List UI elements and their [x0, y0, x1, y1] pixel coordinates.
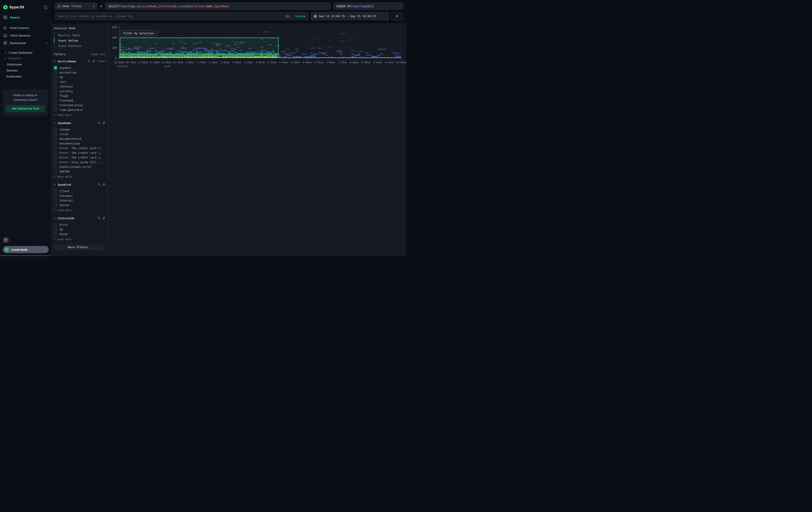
- sidebar-item-chart-explorer[interactable]: Chart Explorer: [0, 24, 51, 32]
- checkbox[interactable]: [54, 204, 57, 207]
- analysis-mode-event-patterns[interactable]: Event Patterns: [55, 43, 106, 49]
- pin-icon[interactable]: [102, 183, 106, 186]
- checkbox[interactable]: [54, 137, 57, 140]
- filter-option-row[interactable]: EXPIRE: [54, 169, 106, 174]
- time-range-picker[interactable]: Sep 14 22:04:35 - Sep 15 10:04:35: [311, 12, 389, 20]
- clear-all-filters-link[interactable]: Clear all: [91, 53, 106, 56]
- more-filters-button[interactable]: More filters ⌄: [54, 244, 106, 250]
- preset-item-kubernetes[interactable]: Kubernetes: [0, 74, 51, 79]
- create-dashboard-button[interactable]: + Create Dashboard: [0, 50, 51, 56]
- filter-group-header-servicename[interactable]: ServiceNameClear: [54, 59, 106, 63]
- checkbox[interactable]: [54, 99, 57, 102]
- preset-item-clickhouse[interactable]: ClickHouse: [0, 61, 51, 68]
- filter-option-row[interactable]: documentFetch: [54, 136, 106, 141]
- checkbox[interactable]: [54, 156, 57, 159]
- checkbox[interactable]: [54, 142, 57, 145]
- checkbox[interactable]: [54, 170, 57, 173]
- source-settings-gear-icon[interactable]: ⚙: [97, 4, 105, 8]
- presets-toggle[interactable]: PRESETS: [0, 56, 51, 61]
- checkbox[interactable]: [54, 76, 57, 79]
- filter-option-row[interactable]: frontend: [54, 98, 106, 103]
- local-mode-button[interactable]: U Local mode ›: [3, 246, 49, 253]
- filter-option-row[interactable]: flagd: [54, 93, 106, 98]
- sidebar-item-dashboards[interactable]: Dashboards: [0, 39, 51, 47]
- pin-icon[interactable]: [102, 217, 106, 220]
- checkbox[interactable]: [54, 223, 57, 226]
- filter-option-row[interactable]: click: [54, 132, 106, 136]
- filter-option-row[interactable]: currency: [54, 89, 106, 93]
- checkbox[interactable]: [54, 165, 57, 168]
- filter-option-row[interactable]: checkout: [54, 84, 106, 89]
- search-icon[interactable]: [97, 183, 101, 186]
- lucene-mode-toggle[interactable]: Lucene: [295, 15, 306, 18]
- filter-option-row[interactable]: ad: [54, 75, 106, 79]
- checkbox[interactable]: [54, 71, 57, 74]
- checkbox[interactable]: [54, 104, 57, 107]
- clear-group-link[interactable]: Clear: [97, 60, 106, 63]
- filter-option-row[interactable]: ✓payment: [54, 65, 106, 70]
- pin-icon[interactable]: [102, 121, 106, 125]
- filter-option-row[interactable]: Consumer: [54, 193, 106, 198]
- filter-option-row[interactable]: eventListener.error: [54, 164, 106, 169]
- filter-option-row[interactable]: documentLoad: [54, 141, 106, 146]
- filter-option-row[interactable]: cart: [54, 79, 106, 84]
- show-more-link[interactable]: Show more: [54, 174, 106, 179]
- checkbox[interactable]: [54, 228, 57, 231]
- filter-option-row[interactable]: frontend-proxy: [54, 103, 106, 108]
- checkbox[interactable]: [54, 108, 57, 111]
- sql-mode-toggle[interactable]: SQL: [285, 15, 290, 18]
- preset-item-services[interactable]: Services: [0, 68, 51, 74]
- run-query-button[interactable]: [392, 12, 403, 20]
- analysis-mode-event-deltas[interactable]: Event Deltas: [55, 38, 106, 43]
- filter-option-row[interactable]: Error: The credit card (…: [54, 146, 106, 151]
- checkbox[interactable]: [54, 199, 57, 202]
- checkbox[interactable]: [54, 85, 57, 88]
- checkbox[interactable]: [54, 80, 57, 83]
- filter-option-row[interactable]: Error: The credit card (…: [54, 151, 106, 155]
- filter-option-row[interactable]: Server: [54, 203, 106, 208]
- filter-option-row[interactable]: Unset: [54, 232, 106, 236]
- filter-group-header-spankind[interactable]: SpanKind: [54, 182, 106, 187]
- checkbox[interactable]: [54, 151, 57, 155]
- checkbox[interactable]: [54, 132, 57, 136]
- checkbox[interactable]: [54, 128, 57, 131]
- checkbox[interactable]: [54, 194, 57, 197]
- sidebar-collapse-icon[interactable]: [44, 6, 48, 9]
- checkbox[interactable]: [54, 94, 57, 98]
- search-icon[interactable]: [97, 217, 101, 220]
- filter-option-row[interactable]: Error: The credit card (…: [54, 155, 106, 160]
- checkbox[interactable]: [54, 89, 57, 93]
- filter-option-row[interactable]: Ok: [54, 227, 106, 232]
- show-more-link[interactable]: Load more: [54, 237, 106, 242]
- filter-option-row[interactable]: Error: Visa cache full: …: [54, 160, 106, 164]
- search-icon[interactable]: [87, 60, 90, 63]
- analysis-mode-results-table[interactable]: Results Table: [55, 32, 106, 38]
- checkbox[interactable]: [54, 161, 57, 164]
- filter-by-selection-button[interactable]: Filter by Selection: [120, 30, 157, 36]
- order-by-input[interactable]: ORDER BY Timestamp DESC: [334, 3, 403, 9]
- get-started-button[interactable]: Get Started for Free: [6, 105, 45, 112]
- pin-icon[interactable]: [92, 60, 95, 63]
- chart-selection[interactable]: [120, 38, 279, 55]
- filter-option-row[interactable]: load-generator: [54, 108, 106, 112]
- filter-option-row[interactable]: Internal: [54, 198, 106, 203]
- filter-option-row[interactable]: change: [54, 127, 106, 132]
- checkbox-checked[interactable]: ✓: [54, 66, 57, 70]
- filter-group-header-statuscode[interactable]: StatusCode: [54, 216, 106, 220]
- sidebar-item-client-sessions[interactable]: Client Sessions: [0, 32, 51, 39]
- show-more-link[interactable]: Load more: [54, 208, 106, 213]
- search-input[interactable]: [58, 15, 285, 18]
- select-columns-input[interactable]: SELECT Timestamp, ServiceName, StatusCod…: [105, 3, 330, 9]
- sidebar-item-search[interactable]: Search: [0, 14, 51, 21]
- search-icon[interactable]: [97, 121, 101, 125]
- help-button[interactable]: ?: [3, 237, 9, 243]
- filter-option-row[interactable]: accounting: [54, 70, 106, 75]
- checkbox[interactable]: [54, 189, 57, 193]
- event-search-bar[interactable]: SQL | Lucene: [55, 12, 309, 20]
- checkbox[interactable]: [54, 233, 57, 236]
- show-more-link[interactable]: Show more: [54, 113, 106, 117]
- filter-option-row[interactable]: Client: [54, 189, 106, 193]
- checkbox[interactable]: [54, 146, 57, 150]
- filter-group-header-spanname[interactable]: SpanName: [54, 120, 106, 125]
- filter-option-row[interactable]: Error: [54, 222, 106, 227]
